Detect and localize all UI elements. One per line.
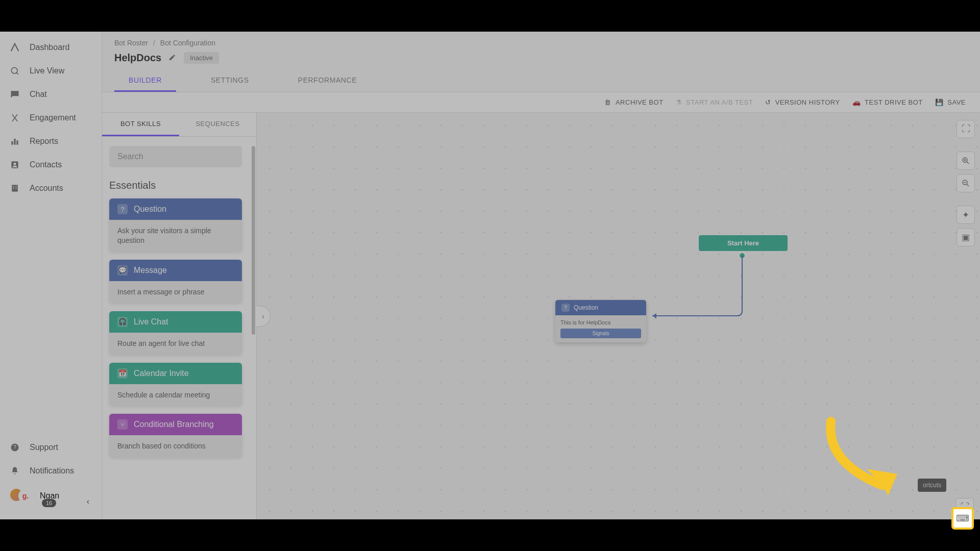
- svg-point-5: [14, 163, 16, 165]
- car-icon: 🚗: [852, 98, 861, 106]
- skill-livechat[interactable]: 🎧Live Chat Route an agent for live chat: [109, 311, 242, 355]
- sidebar-item-dashboard[interactable]: Dashboard: [0, 36, 102, 59]
- start-node-dot[interactable]: [739, 252, 746, 259]
- test-drive-button[interactable]: 🚗TEST DRIVE BOT: [852, 98, 923, 106]
- question-node-body: This is for HelpDocs: [560, 319, 641, 325]
- sidebar-label: Engagement: [30, 113, 76, 122]
- search-input[interactable]: [109, 146, 242, 167]
- section-heading: Essentials: [109, 180, 249, 191]
- calendar-icon: 📅: [117, 368, 128, 379]
- question-node[interactable]: ?Question This is for HelpDocs Signals: [555, 300, 646, 342]
- chevron-left-icon[interactable]: ‹: [87, 497, 89, 506]
- logo-icon: [9, 42, 20, 53]
- headset-icon: 🎧: [117, 317, 128, 327]
- breadcrumb-current: Bot Configuration: [160, 39, 215, 47]
- tab-performance[interactable]: PERFORMANCE: [284, 69, 372, 92]
- breadcrumb-root[interactable]: Bot Roster: [114, 39, 148, 47]
- panel-tab-sequences[interactable]: SEQUENCES: [179, 113, 256, 136]
- history-icon: ↺: [765, 98, 771, 106]
- save-button[interactable]: 💾SAVE: [935, 98, 966, 106]
- sidebar-label: Dashboard: [30, 43, 69, 52]
- flow-canvas[interactable]: ‹ ⛶ ✦ ▣ Start Here ?Question: [257, 113, 980, 519]
- main-tabs: BUILDER SETTINGS PERFORMANCE: [102, 69, 980, 92]
- svg-rect-3: [16, 140, 18, 144]
- contact-icon: [9, 159, 20, 170]
- engagement-icon: [9, 112, 20, 123]
- help-icon: ?: [9, 442, 20, 453]
- skill-question[interactable]: ?Question Ask your site visitors a simpl…: [109, 198, 242, 252]
- skills-panel: BOT SKILLS SEQUENCES Essentials ?Questio…: [102, 113, 257, 519]
- connector-line: [645, 252, 747, 323]
- chat-icon: [9, 89, 20, 100]
- svg-point-0: [11, 67, 17, 73]
- sidebar-item-liveview[interactable]: Live View: [0, 59, 102, 83]
- zoom-in-button[interactable]: [957, 152, 975, 170]
- auto-layout-button[interactable]: ✦: [957, 206, 975, 224]
- sidebar-item-engagement[interactable]: Engagement: [0, 106, 102, 130]
- tab-settings[interactable]: SETTINGS: [197, 69, 263, 92]
- flask-icon: ⚗: [676, 98, 682, 106]
- message-icon: 💬: [117, 265, 128, 276]
- sidebar-label: Contacts: [30, 160, 62, 169]
- panel-collapse-button[interactable]: ‹: [256, 306, 271, 327]
- sidebar-label: Chat: [30, 90, 47, 99]
- svg-rect-9: [13, 188, 14, 189]
- sidebar-label: Live View: [30, 66, 64, 76]
- builder-toolbar: 🗑ARCHIVE BOT ⚗START AN A/B TEST ↺VERSION…: [102, 92, 980, 113]
- sidebar-label: Accounts: [30, 184, 63, 193]
- archive-button[interactable]: 🗑ARCHIVE BOT: [604, 98, 663, 106]
- notification-badge: 16: [42, 499, 56, 507]
- question-node-signals[interactable]: Signals: [560, 329, 641, 338]
- ab-test-button[interactable]: ⚗START AN A/B TEST: [676, 98, 753, 106]
- svg-text:?: ?: [13, 444, 16, 450]
- panel-tab-skills[interactable]: BOT SKILLS: [102, 113, 179, 136]
- svg-rect-1: [11, 141, 13, 145]
- sidebar-item-chat[interactable]: Chat: [0, 83, 102, 106]
- version-history-button[interactable]: ↺VERSION HISTORY: [765, 98, 840, 106]
- edit-icon[interactable]: [168, 53, 177, 63]
- svg-rect-10: [16, 188, 17, 189]
- page-title: HelpDocs: [114, 52, 161, 64]
- question-icon: ?: [561, 304, 570, 312]
- svg-rect-7: [13, 186, 14, 187]
- skill-calendar[interactable]: 📅Calendar Invite Schedule a calendar mee…: [109, 363, 242, 406]
- svg-rect-8: [16, 186, 17, 187]
- sidebar: Dashboard Live View Chat Engagement Repo…: [0, 32, 102, 519]
- sidebar-item-reports[interactable]: Reports: [0, 130, 102, 153]
- bell-icon: [9, 465, 20, 477]
- building-icon: [9, 183, 20, 194]
- fit-view-button[interactable]: ▣: [957, 228, 975, 246]
- start-node[interactable]: Start Here: [699, 235, 788, 251]
- fullscreen-button[interactable]: ⛶: [957, 120, 975, 138]
- branch-icon: ⑂: [117, 419, 128, 430]
- avatar: g.: [9, 488, 33, 504]
- sidebar-item-support[interactable]: ? Support: [0, 436, 102, 459]
- bar-chart-icon: [9, 136, 20, 147]
- sidebar-label: Reports: [30, 137, 58, 146]
- shortcuts-tooltip: ortcuts: [918, 479, 946, 492]
- sidebar-label: Support: [30, 443, 58, 452]
- globe-icon: [9, 65, 20, 77]
- scrollbar[interactable]: [252, 146, 255, 335]
- tab-builder[interactable]: BUILDER: [114, 69, 176, 92]
- sidebar-item-accounts[interactable]: Accounts: [0, 177, 102, 200]
- save-icon: 💾: [935, 98, 944, 106]
- keyboard-shortcuts-button[interactable]: ⌨: [951, 507, 974, 530]
- sidebar-label: Notifications: [30, 466, 74, 475]
- svg-rect-6: [12, 185, 18, 191]
- question-icon: ?: [117, 204, 128, 214]
- breadcrumb: Bot Roster / Bot Configuration: [102, 32, 980, 50]
- sidebar-item-notifications[interactable]: Notifications: [0, 459, 102, 483]
- svg-rect-2: [14, 139, 15, 145]
- skill-branch[interactable]: ⑂Conditional Branching Branch based on c…: [109, 414, 242, 457]
- zoom-out-button[interactable]: [957, 174, 975, 192]
- archive-icon: 🗑: [604, 98, 611, 106]
- sidebar-item-contacts[interactable]: Contacts: [0, 153, 102, 177]
- skill-message[interactable]: 💬Message Insert a message or phrase: [109, 260, 242, 303]
- status-badge: Inactive: [184, 52, 219, 64]
